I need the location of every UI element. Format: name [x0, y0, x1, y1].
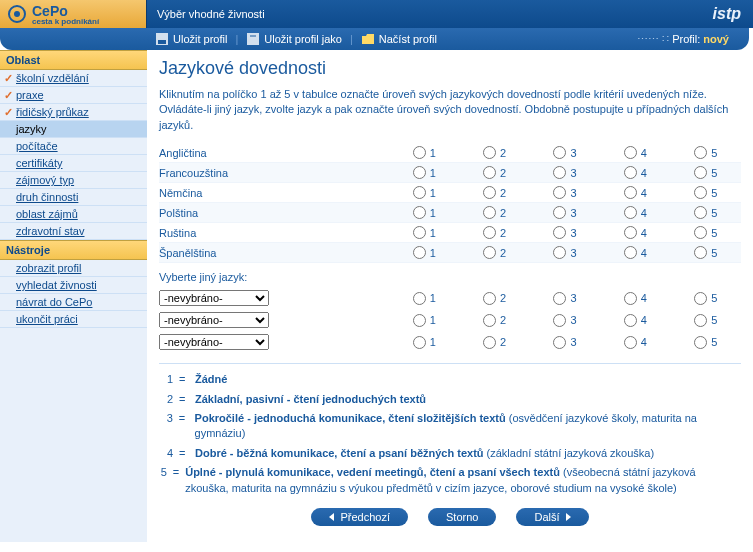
radio-4[interactable] — [624, 314, 637, 327]
sidebar-item[interactable]: praxe — [0, 87, 147, 104]
sidebar-item[interactable]: počítače — [0, 138, 147, 155]
scale-option[interactable]: 3 — [553, 314, 576, 327]
scale-option[interactable]: 5 — [694, 246, 717, 259]
radio-5[interactable] — [694, 226, 707, 239]
scale-option[interactable]: 5 — [694, 336, 717, 349]
scale-option[interactable]: 3 — [553, 226, 576, 239]
sidebar-item[interactable]: návrat do CePo — [0, 294, 147, 311]
radio-2[interactable] — [483, 336, 496, 349]
scale-option[interactable]: 4 — [624, 206, 647, 219]
radio-2[interactable] — [483, 292, 496, 305]
radio-1[interactable] — [413, 146, 426, 159]
sidebar-item[interactable]: oblast zájmů — [0, 206, 147, 223]
scale-option[interactable]: 3 — [553, 206, 576, 219]
scale-option[interactable]: 5 — [694, 146, 717, 159]
scale-option[interactable]: 2 — [483, 186, 506, 199]
radio-3[interactable] — [553, 336, 566, 349]
radio-5[interactable] — [694, 246, 707, 259]
other-language-select[interactable]: -nevybráno- — [159, 290, 269, 306]
scale-option[interactable]: 1 — [413, 206, 436, 219]
scale-option[interactable]: 5 — [694, 206, 717, 219]
scale-option[interactable]: 2 — [483, 206, 506, 219]
scale-option[interactable]: 5 — [694, 226, 717, 239]
scale-option[interactable]: 4 — [624, 166, 647, 179]
scale-option[interactable]: 2 — [483, 246, 506, 259]
scale-option[interactable]: 5 — [694, 314, 717, 327]
sidebar-item[interactable]: zájmový typ — [0, 172, 147, 189]
scale-option[interactable]: 4 — [624, 246, 647, 259]
radio-2[interactable] — [483, 186, 496, 199]
scale-option[interactable]: 1 — [413, 314, 436, 327]
scale-option[interactable]: 2 — [483, 226, 506, 239]
next-button[interactable]: Další — [516, 508, 588, 526]
scale-option[interactable]: 3 — [553, 336, 576, 349]
scale-option[interactable]: 4 — [624, 292, 647, 305]
scale-option[interactable]: 4 — [624, 226, 647, 239]
scale-option[interactable]: 1 — [413, 292, 436, 305]
scale-option[interactable]: 2 — [483, 166, 506, 179]
radio-3[interactable] — [553, 206, 566, 219]
radio-5[interactable] — [694, 166, 707, 179]
sidebar-item[interactable]: ukončit práci — [0, 311, 147, 328]
other-language-select[interactable]: -nevybráno- — [159, 312, 269, 328]
prev-button[interactable]: Předchozí — [311, 508, 408, 526]
radio-5[interactable] — [694, 336, 707, 349]
scale-option[interactable]: 2 — [483, 292, 506, 305]
radio-1[interactable] — [413, 246, 426, 259]
radio-4[interactable] — [624, 166, 637, 179]
radio-4[interactable] — [624, 246, 637, 259]
save-as-button[interactable]: Uložit profil jako — [238, 32, 350, 46]
save-profile-button[interactable]: Uložit profil — [147, 32, 235, 46]
scale-option[interactable]: 5 — [694, 166, 717, 179]
radio-4[interactable] — [624, 336, 637, 349]
radio-2[interactable] — [483, 206, 496, 219]
scale-option[interactable]: 4 — [624, 336, 647, 349]
scale-option[interactable]: 1 — [413, 246, 436, 259]
sidebar-item[interactable]: řidičský průkaz — [0, 104, 147, 121]
radio-3[interactable] — [553, 292, 566, 305]
radio-3[interactable] — [553, 166, 566, 179]
sidebar-item[interactable]: zobrazit profil — [0, 260, 147, 277]
scale-option[interactable]: 2 — [483, 314, 506, 327]
radio-1[interactable] — [413, 186, 426, 199]
scale-option[interactable]: 5 — [694, 186, 717, 199]
scale-option[interactable]: 4 — [624, 186, 647, 199]
scale-option[interactable]: 1 — [413, 166, 436, 179]
scale-option[interactable]: 1 — [413, 146, 436, 159]
radio-3[interactable] — [553, 146, 566, 159]
sidebar-item[interactable]: certifikáty — [0, 155, 147, 172]
radio-2[interactable] — [483, 246, 496, 259]
radio-1[interactable] — [413, 336, 426, 349]
scale-option[interactable]: 1 — [413, 226, 436, 239]
radio-3[interactable] — [553, 314, 566, 327]
radio-5[interactable] — [694, 206, 707, 219]
radio-2[interactable] — [483, 166, 496, 179]
radio-3[interactable] — [553, 226, 566, 239]
scale-option[interactable]: 3 — [553, 246, 576, 259]
scale-option[interactable]: 1 — [413, 336, 436, 349]
scale-option[interactable]: 2 — [483, 336, 506, 349]
radio-4[interactable] — [624, 206, 637, 219]
radio-2[interactable] — [483, 146, 496, 159]
radio-1[interactable] — [413, 292, 426, 305]
radio-5[interactable] — [694, 146, 707, 159]
sidebar-item[interactable]: zdravotní stav — [0, 223, 147, 240]
scale-option[interactable]: 4 — [624, 314, 647, 327]
radio-4[interactable] — [624, 226, 637, 239]
radio-5[interactable] — [694, 186, 707, 199]
radio-3[interactable] — [553, 186, 566, 199]
radio-5[interactable] — [694, 292, 707, 305]
scale-option[interactable]: 3 — [553, 166, 576, 179]
load-profile-button[interactable]: Načíst profil — [353, 32, 445, 46]
cancel-button[interactable]: Storno — [428, 508, 496, 526]
scale-option[interactable]: 2 — [483, 146, 506, 159]
radio-4[interactable] — [624, 292, 637, 305]
radio-2[interactable] — [483, 314, 496, 327]
scale-option[interactable]: 3 — [553, 292, 576, 305]
sidebar-item[interactable]: jazyky — [0, 121, 147, 138]
radio-4[interactable] — [624, 146, 637, 159]
radio-5[interactable] — [694, 314, 707, 327]
radio-1[interactable] — [413, 314, 426, 327]
scale-option[interactable]: 4 — [624, 146, 647, 159]
sidebar-item[interactable]: vyhledat živnosti — [0, 277, 147, 294]
